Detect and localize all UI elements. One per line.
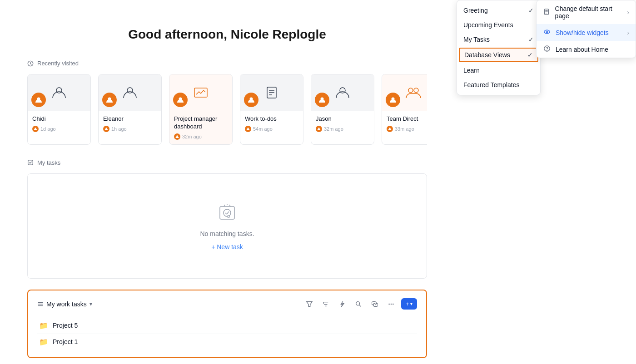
show-hide-dropdown: Change default start page › Show/hide wi… — [536, 0, 636, 58]
meta-avatar-chidi — [32, 126, 39, 132]
card-meta-team: 33m ago — [387, 126, 427, 132]
card-icon-jason — [311, 74, 374, 111]
my-tasks-section: My tasks No matching tasks. + New ta — [27, 159, 427, 279]
empty-tasks-illustration — [216, 201, 238, 223]
question-menu-icon — [543, 45, 551, 53]
card-meta-todos: 54m ago — [245, 126, 298, 132]
card-time-team: 33m ago — [395, 126, 414, 132]
meta-avatar-eleanor — [103, 126, 109, 132]
recently-visited-label: Recently visited — [37, 60, 79, 67]
database-view-widget: My work tasks ▾ — [27, 290, 427, 358]
card-body-eleanor: Eleanor 1h ago — [99, 111, 161, 137]
avatar-icon — [106, 96, 113, 103]
meta-avatar-icon — [175, 135, 179, 138]
lightning-icon[interactable] — [336, 298, 348, 310]
card-name-jason: Jason — [316, 115, 369, 123]
card-icon-chidi — [28, 74, 90, 111]
card-eleanor[interactable]: Eleanor 1h ago — [98, 74, 162, 145]
card-name-chidi: Chidi — [32, 115, 86, 123]
card-time-pm: 32m ago — [182, 134, 202, 139]
card-icon-todos — [240, 74, 303, 111]
card-icon-team — [382, 74, 427, 111]
card-name-eleanor: Eleanor — [103, 115, 157, 123]
featured-templates-label: Featured Templates — [463, 81, 519, 89]
card-body-pm: Project manager dashboard 32m ago — [169, 111, 232, 144]
card-body-chidi: Chidi 1d ago — [28, 111, 90, 137]
arrow-right-icon-1: › — [627, 9, 629, 16]
user-avatar-eleanor — [102, 93, 117, 107]
more-options-icon[interactable] — [385, 298, 398, 310]
svg-point-20 — [414, 88, 418, 93]
new-task-button[interactable]: + New task — [211, 243, 243, 251]
search-icon[interactable] — [352, 298, 365, 310]
link-icon[interactable] — [368, 298, 381, 310]
user-avatar-chidi — [31, 93, 46, 107]
widget-dropdown: Greeting ✓ Upcoming Events My Tasks ✓ Da… — [457, 0, 541, 95]
db-title-chevron-icon[interactable]: ▾ — [89, 301, 92, 307]
db-add-plus: + — [406, 300, 409, 307]
person-icon-chidi — [51, 84, 67, 101]
card-jason[interactable]: Jason 32m ago — [311, 74, 374, 145]
meta-avatar-jason — [316, 126, 322, 132]
greeting-check-icon: ✓ — [528, 7, 534, 14]
svg-line-27 — [227, 212, 229, 214]
svg-point-41 — [356, 302, 360, 305]
dropdown-item-featured-templates[interactable]: Featured Templates — [457, 78, 540, 92]
folder-icon-project5: 📁 — [39, 321, 48, 330]
arrow-right-icon-2: › — [627, 29, 629, 36]
svg-point-44 — [391, 303, 392, 305]
doc-menu-icon — [543, 9, 551, 16]
db-row-project1[interactable]: 📁 Project 1 — [37, 334, 417, 350]
database-views-check-icon: ✓ — [527, 51, 533, 59]
dashboard-icon — [193, 84, 209, 101]
my-tasks-label: My tasks — [37, 159, 60, 166]
avatar-icon — [389, 96, 397, 103]
learn-about-home-item[interactable]: Learn about Home — [537, 41, 636, 58]
learn-label: Learn — [463, 67, 480, 74]
show-hide-widgets-item[interactable]: Show/hide widgets › — [537, 24, 636, 41]
dropdown-item-upcoming-events[interactable]: Upcoming Events — [457, 18, 540, 32]
db-row-name-project5: Project 5 — [53, 322, 78, 329]
tasks-empty-icon — [216, 201, 238, 223]
svg-point-45 — [393, 303, 394, 305]
db-add-button[interactable]: + ▾ — [401, 298, 417, 310]
clock-icon — [27, 60, 34, 67]
db-add-chevron: ▾ — [410, 301, 412, 306]
card-meta-pm: 32m ago — [174, 133, 228, 140]
card-body-todos: Work to-dos 54m ago — [240, 111, 303, 137]
db-row-project5[interactable]: 📁 Project 5 — [37, 318, 417, 334]
user-avatar-todos — [244, 93, 258, 107]
card-work-todos[interactable]: Work to-dos 54m ago — [240, 74, 303, 145]
folder-icon-project1: 📁 — [39, 338, 48, 346]
db-title-label: My work tasks — [46, 300, 87, 308]
card-chidi[interactable]: Chidi 1d ago — [27, 74, 91, 145]
dropdown-item-database-views[interactable]: Database Views ✓ — [459, 48, 538, 62]
change-default-start-page-item[interactable]: Change default start page › — [537, 0, 636, 24]
upcoming-events-label: Upcoming Events — [463, 21, 513, 29]
dropdown-item-learn[interactable]: Learn — [457, 63, 540, 78]
greeting-label: Greeting — [463, 7, 488, 14]
card-time-chidi: 1d ago — [40, 126, 56, 132]
card-project-manager[interactable]: Project manager dashboard 32m ago — [169, 74, 233, 145]
card-team-direct[interactable]: Team Direct 33m ago — [382, 74, 427, 145]
tasks-empty-box: No matching tasks. + New task — [27, 173, 427, 279]
card-meta-jason: 32m ago — [316, 126, 369, 132]
filter-icon[interactable] — [303, 298, 316, 310]
avatar-icon — [35, 96, 42, 103]
greeting-heading: Good afternoon, Nicole Replogle — [27, 27, 427, 42]
dropdown-item-my-tasks[interactable]: My Tasks ✓ — [457, 32, 540, 47]
sort-icon[interactable] — [319, 298, 332, 310]
meta-avatar-pm — [174, 133, 180, 140]
db-actions: + ▾ — [303, 298, 417, 310]
meta-avatar-icon — [317, 127, 321, 131]
database-views-label: Database Views — [464, 51, 510, 59]
svg-point-50 — [544, 30, 550, 34]
avatar-icon — [318, 96, 326, 103]
tasks-icon — [27, 159, 34, 166]
dropdown-item-greeting[interactable]: Greeting ✓ — [457, 3, 540, 18]
card-meta-chidi: 1d ago — [32, 126, 86, 132]
tasks-empty-text: No matching tasks. — [37, 230, 417, 237]
card-meta-eleanor: 1h ago — [103, 126, 157, 132]
card-time-todos: 54m ago — [253, 126, 273, 132]
avatar-icon — [248, 96, 255, 103]
